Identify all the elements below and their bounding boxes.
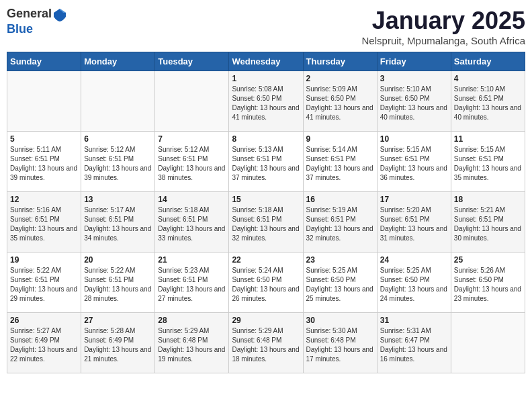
- day-info: Sunrise: 5:12 AM Sunset: 6:51 PM Dayligh…: [84, 145, 152, 183]
- sunrise-time: Sunrise: 5:19 AM: [306, 206, 357, 214]
- daylight-hours: Daylight: 13 hours and 31 minutes.: [380, 225, 447, 242]
- sunrise-time: Sunrise: 5:15 AM: [380, 146, 431, 153]
- day-number: 28: [158, 316, 226, 325]
- day-info: Sunrise: 5:10 AM Sunset: 6:50 PM Dayligh…: [380, 85, 448, 122]
- sunrise-time: Sunrise: 5:31 AM: [380, 327, 431, 334]
- sunset-time: Sunset: 6:51 PM: [232, 155, 281, 163]
- sunset-time: Sunset: 6:47 PM: [380, 336, 430, 344]
- calendar-cell: 18 Sunrise: 5:21 AM Sunset: 6:51 PM Dayl…: [451, 192, 525, 253]
- daylight-hours: Daylight: 13 hours and 35 minutes.: [454, 165, 521, 181]
- daylight-hours: Daylight: 13 hours and 37 minutes.: [232, 165, 299, 181]
- day-number: 16: [306, 195, 374, 204]
- header-wednesday: Wednesday: [229, 52, 303, 71]
- calendar-cell: [81, 71, 155, 132]
- day-number: 19: [10, 255, 78, 265]
- sunset-time: Sunset: 6:51 PM: [306, 155, 356, 163]
- day-number: 13: [84, 195, 152, 204]
- day-number: 14: [158, 195, 226, 204]
- sunrise-time: Sunrise: 5:08 AM: [232, 85, 283, 93]
- header-thursday: Thursday: [303, 52, 377, 71]
- calendar-cell: 15 Sunrise: 5:18 AM Sunset: 6:51 PM Dayl…: [229, 192, 303, 253]
- sunrise-time: Sunrise: 5:22 AM: [84, 267, 135, 274]
- day-info: Sunrise: 5:21 AM Sunset: 6:51 PM Dayligh…: [454, 205, 522, 243]
- calendar-cell: 30 Sunrise: 5:30 AM Sunset: 6:48 PM Dayl…: [303, 313, 377, 373]
- sunrise-time: Sunrise: 5:18 AM: [232, 206, 283, 214]
- sunset-time: Sunset: 6:50 PM: [306, 276, 356, 283]
- daylight-hours: Daylight: 13 hours and 16 minutes.: [380, 346, 447, 363]
- sunset-time: Sunset: 6:51 PM: [158, 216, 208, 223]
- sunset-time: Sunset: 6:48 PM: [306, 336, 356, 344]
- day-number: 26: [10, 316, 78, 325]
- sunrise-time: Sunrise: 5:29 AM: [158, 327, 209, 334]
- day-number: 22: [232, 255, 300, 265]
- sunset-time: Sunset: 6:50 PM: [454, 276, 504, 283]
- calendar-cell: 27 Sunrise: 5:28 AM Sunset: 6:49 PM Dayl…: [81, 313, 155, 373]
- sunrise-time: Sunrise: 5:25 AM: [380, 267, 431, 274]
- daylight-hours: Daylight: 13 hours and 17 minutes.: [306, 346, 373, 363]
- daylight-hours: Daylight: 13 hours and 28 minutes.: [84, 285, 151, 302]
- logo: General Blue: [7, 7, 68, 36]
- day-info: Sunrise: 5:22 AM Sunset: 6:51 PM Dayligh…: [84, 266, 152, 304]
- calendar-cell: [7, 71, 81, 132]
- daylight-hours: Daylight: 13 hours and 19 minutes.: [158, 346, 225, 363]
- logo-general: General: [7, 7, 52, 20]
- calendar-cell: 11 Sunrise: 5:15 AM Sunset: 6:51 PM Dayl…: [451, 132, 525, 192]
- day-info: Sunrise: 5:19 AM Sunset: 6:51 PM Dayligh…: [306, 205, 374, 243]
- sunset-time: Sunset: 6:51 PM: [84, 276, 134, 283]
- sunset-time: Sunset: 6:51 PM: [84, 155, 134, 163]
- daylight-hours: Daylight: 13 hours and 40 minutes.: [454, 104, 521, 121]
- daylight-hours: Daylight: 13 hours and 33 minutes.: [158, 225, 225, 242]
- sunset-time: Sunset: 6:51 PM: [306, 216, 356, 223]
- week-row-1: 1 Sunrise: 5:08 AM Sunset: 6:50 PM Dayli…: [7, 71, 525, 132]
- calendar-subtitle: Nelspruit, Mpumalanga, South Africa: [362, 35, 525, 46]
- calendar-cell: 1 Sunrise: 5:08 AM Sunset: 6:50 PM Dayli…: [229, 71, 303, 132]
- day-number: 7: [158, 134, 226, 144]
- daylight-hours: Daylight: 13 hours and 25 minutes.: [306, 285, 373, 302]
- daylight-hours: Daylight: 13 hours and 30 minutes.: [454, 225, 521, 242]
- sunrise-time: Sunrise: 5:26 AM: [454, 267, 505, 274]
- sunset-time: Sunset: 6:51 PM: [158, 155, 208, 163]
- sunrise-time: Sunrise: 5:11 AM: [10, 146, 61, 153]
- sunset-time: Sunset: 6:49 PM: [10, 336, 60, 344]
- sunset-time: Sunset: 6:50 PM: [306, 95, 356, 102]
- sunrise-time: Sunrise: 5:28 AM: [84, 327, 135, 334]
- day-info: Sunrise: 5:25 AM Sunset: 6:50 PM Dayligh…: [306, 266, 374, 304]
- day-info: Sunrise: 5:29 AM Sunset: 6:48 PM Dayligh…: [232, 326, 300, 364]
- sunset-time: Sunset: 6:51 PM: [10, 155, 60, 163]
- sunset-time: Sunset: 6:50 PM: [380, 276, 430, 283]
- sunrise-time: Sunrise: 5:10 AM: [380, 85, 431, 93]
- calendar-cell: 5 Sunrise: 5:11 AM Sunset: 6:51 PM Dayli…: [7, 132, 81, 192]
- sunset-time: Sunset: 6:51 PM: [454, 155, 504, 163]
- day-number: 12: [10, 195, 78, 204]
- title-section: January 2025 Nelspruit, Mpumalanga, Sout…: [362, 7, 525, 46]
- day-number: 11: [454, 134, 522, 144]
- calendar-cell: 2 Sunrise: 5:09 AM Sunset: 6:50 PM Dayli…: [303, 71, 377, 132]
- day-info: Sunrise: 5:30 AM Sunset: 6:48 PM Dayligh…: [306, 326, 374, 364]
- daylight-hours: Daylight: 13 hours and 37 minutes.: [306, 165, 373, 181]
- header-friday: Friday: [377, 52, 451, 71]
- day-number: 9: [306, 134, 374, 144]
- daylight-hours: Daylight: 13 hours and 38 minutes.: [158, 165, 225, 181]
- day-number: 8: [232, 134, 300, 144]
- sunrise-time: Sunrise: 5:14 AM: [306, 146, 357, 153]
- day-number: 25: [454, 255, 522, 265]
- day-info: Sunrise: 5:13 AM Sunset: 6:51 PM Dayligh…: [232, 145, 300, 183]
- day-number: 3: [380, 74, 448, 83]
- daylight-hours: Daylight: 13 hours and 34 minutes.: [84, 225, 151, 242]
- day-number: 21: [158, 255, 226, 265]
- calendar-cell: 10 Sunrise: 5:15 AM Sunset: 6:51 PM Dayl…: [377, 132, 451, 192]
- sunrise-time: Sunrise: 5:15 AM: [454, 146, 505, 153]
- daylight-hours: Daylight: 13 hours and 40 minutes.: [380, 104, 447, 121]
- day-info: Sunrise: 5:11 AM Sunset: 6:51 PM Dayligh…: [10, 145, 78, 183]
- sunrise-time: Sunrise: 5:18 AM: [158, 206, 209, 214]
- day-info: Sunrise: 5:25 AM Sunset: 6:50 PM Dayligh…: [380, 266, 448, 304]
- calendar-cell: 26 Sunrise: 5:27 AM Sunset: 6:49 PM Dayl…: [7, 313, 81, 373]
- sunrise-time: Sunrise: 5:29 AM: [232, 327, 283, 334]
- day-info: Sunrise: 5:22 AM Sunset: 6:51 PM Dayligh…: [10, 266, 78, 304]
- header-monday: Monday: [81, 52, 155, 71]
- day-info: Sunrise: 5:16 AM Sunset: 6:51 PM Dayligh…: [10, 205, 78, 243]
- day-info: Sunrise: 5:18 AM Sunset: 6:51 PM Dayligh…: [158, 205, 226, 243]
- calendar-cell: 14 Sunrise: 5:18 AM Sunset: 6:51 PM Dayl…: [155, 192, 229, 253]
- calendar-cell: 25 Sunrise: 5:26 AM Sunset: 6:50 PM Dayl…: [451, 253, 525, 313]
- daylight-hours: Daylight: 13 hours and 22 minutes.: [10, 346, 77, 363]
